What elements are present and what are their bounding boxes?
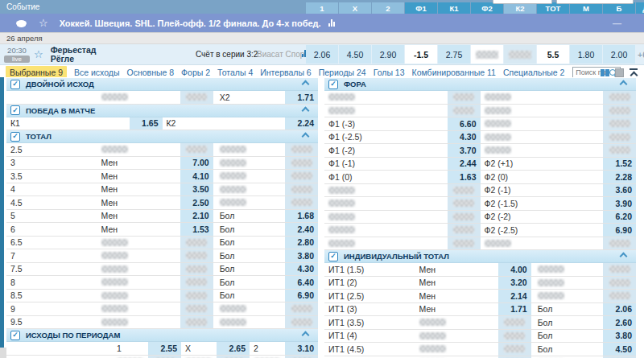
tab-market[interactable]: Все исходы: [74, 68, 120, 77]
odds-cell[interactable]: 2.65: [216, 342, 250, 355]
odds-cell[interactable]: 4.50: [602, 343, 636, 356]
censored-blur: [186, 239, 207, 246]
favorite-league-star-icon[interactable]: ☆: [39, 18, 48, 28]
one-column-view-icon[interactable]: [615, 68, 624, 77]
odds-cell[interactable]: 3.20: [497, 277, 531, 290]
odds-cell[interactable]: 4.10: [180, 170, 213, 183]
odds-cell[interactable]: 2.60: [602, 316, 636, 329]
market-outcome: К22.24: [163, 117, 319, 130]
odds-cell[interactable]: 5.5: [537, 45, 569, 64]
market-row: ИТ1 (2.5)Мен2.14: [324, 290, 636, 303]
odds-cell[interactable]: 1.71: [284, 91, 318, 104]
censored-blur: [101, 252, 128, 259]
odds-cell[interactable]: 6.60: [447, 117, 481, 130]
two-column-view-icon[interactable]: [601, 69, 609, 76]
param-zone: [324, 224, 447, 237]
odds-cell[interactable]: 2.75: [438, 45, 470, 64]
odds-cell[interactable]: 6.90: [602, 224, 636, 237]
chevron-up-icon[interactable]: [302, 331, 310, 339]
label-zone: [418, 316, 497, 329]
tab-market[interactable]: Основные 8: [127, 68, 175, 77]
checkbox-checked-icon[interactable]: ✓: [10, 80, 20, 89]
checkbox-checked-icon[interactable]: ✓: [10, 132, 20, 142]
odds-cell[interactable]: 2.06: [306, 45, 338, 64]
odds-cell[interactable]: 2.50: [180, 196, 213, 209]
checkbox-checked-icon[interactable]: ✓: [328, 252, 338, 261]
checkbox-checked-icon[interactable]: ✓: [10, 331, 20, 340]
chevron-up-icon[interactable]: [302, 80, 310, 88]
odds-cell[interactable]: 4.30: [284, 263, 318, 276]
odds-cell[interactable]: 1.71: [497, 303, 531, 316]
odds-cell[interactable]: 2.00: [603, 45, 635, 64]
tab-market[interactable]: Периоды 24: [319, 68, 366, 77]
vertical-scrollbar[interactable]: [0, 77, 4, 348]
odds-cell[interactable]: 1.68: [284, 210, 318, 223]
odds-cell[interactable]: 1.65: [129, 117, 163, 130]
tab-market[interactable]: Форы 2: [181, 68, 210, 77]
odds-cell[interactable]: 7.00: [180, 157, 213, 170]
odds-cell[interactable]: 3.60: [602, 184, 636, 197]
odds-cell[interactable]: 3.80: [602, 330, 636, 343]
odds-cell[interactable]: 2.06: [602, 303, 636, 316]
market-outcome: [324, 105, 481, 117]
odds-cell[interactable]: 2.44: [447, 158, 481, 171]
censored-blur: [609, 107, 630, 114]
odds-cell[interactable]: 2.14: [497, 290, 531, 302]
censored-blur: [504, 345, 525, 352]
odds-cell[interactable]: 1.63: [447, 171, 481, 183]
odds-cell[interactable]: 2.40: [284, 223, 318, 236]
tab-market[interactable]: Специальные 2: [503, 68, 564, 77]
odds-cell[interactable]: 4.00: [497, 263, 531, 276]
chevron-up-icon[interactable]: [302, 133, 310, 141]
favorite-match-star-icon[interactable]: ☆: [34, 49, 43, 60]
market-row: Ф1 (-3)6.60: [324, 117, 636, 131]
odds-cell[interactable]: 4.30: [447, 131, 481, 144]
checkbox-checked-icon[interactable]: ✓: [328, 80, 338, 89]
chevron-up-icon[interactable]: [302, 106, 310, 114]
chevron-up-icon[interactable]: [620, 253, 628, 261]
odds-cell[interactable]: 1.52: [602, 158, 636, 171]
odds-cell[interactable]: 3.90: [602, 197, 636, 210]
odds-cell[interactable]: -1.5: [405, 45, 437, 64]
odds-cell[interactable]: 6.90: [284, 290, 318, 302]
label-zone: Бол: [213, 210, 284, 223]
market-section: ✓ИНДИВИДУАЛЬНЫЙ ТОТАЛИТ1 (1.5)Мен4.00ИТ1…: [324, 250, 636, 358]
market-row: 9.5: [6, 316, 318, 330]
odds-cell[interactable]: 3.70: [447, 144, 481, 157]
tab-market[interactable]: Интервалы 6: [260, 68, 311, 77]
odds-cell[interactable]: 3.50: [180, 183, 213, 196]
odds-cell[interactable]: 2.55: [147, 342, 181, 355]
odds-cell[interactable]: 1.80: [570, 45, 602, 64]
tab-market[interactable]: Комбинированные 11: [412, 68, 496, 77]
censored-blur: [538, 292, 564, 299]
market-row: Ф2 (-1.5)3.90: [324, 197, 636, 211]
odds-cell[interactable]: 2.10: [180, 210, 213, 223]
odds-cell[interactable]: 4.50: [339, 45, 371, 64]
market-outcome: [181, 356, 250, 358]
censored-blur: [453, 200, 474, 207]
label-zone: [100, 143, 180, 156]
odds-cell[interactable]: 2.80: [284, 237, 318, 249]
market-outcome: ИТ1 (1.5)Мен4.00: [324, 263, 531, 276]
market-outcome: [324, 184, 481, 197]
odds-cell[interactable]: 3.10: [284, 342, 318, 355]
market-outcome: ИТ1 (3.5): [324, 316, 531, 329]
match-row[interactable]: 20:30 live ☆ Ферьестад Рёгле Счёт в сери…: [0, 44, 644, 65]
collapse-dash-icon[interactable]: —: [613, 19, 621, 28]
league-stats-icon[interactable]: [328, 19, 335, 27]
odds-cell-censored: [180, 290, 213, 302]
odds-cell[interactable]: 6.40: [284, 276, 318, 289]
odds-cell[interactable]: 2.90: [372, 45, 404, 64]
odds-cell[interactable]: 3.80: [284, 249, 318, 262]
checkbox-checked-icon[interactable]: ✓: [10, 105, 20, 115]
odds-cell[interactable]: 6.20: [602, 211, 636, 224]
tab-market[interactable]: Голы 13: [374, 68, 405, 77]
odds-cell[interactable]: 2.28: [602, 171, 636, 183]
market-outcome: ИТ1 (4.5): [324, 343, 531, 356]
chevron-up-icon[interactable]: [620, 80, 628, 88]
team-names[interactable]: Ферьестад Рёгле: [51, 46, 97, 64]
odds-cell[interactable]: 2.24: [284, 117, 318, 130]
collapse-all-icon[interactable]: [630, 68, 638, 77]
odds-cell[interactable]: 1.53: [180, 223, 213, 236]
tab-market[interactable]: Тоталы 4: [217, 68, 253, 77]
